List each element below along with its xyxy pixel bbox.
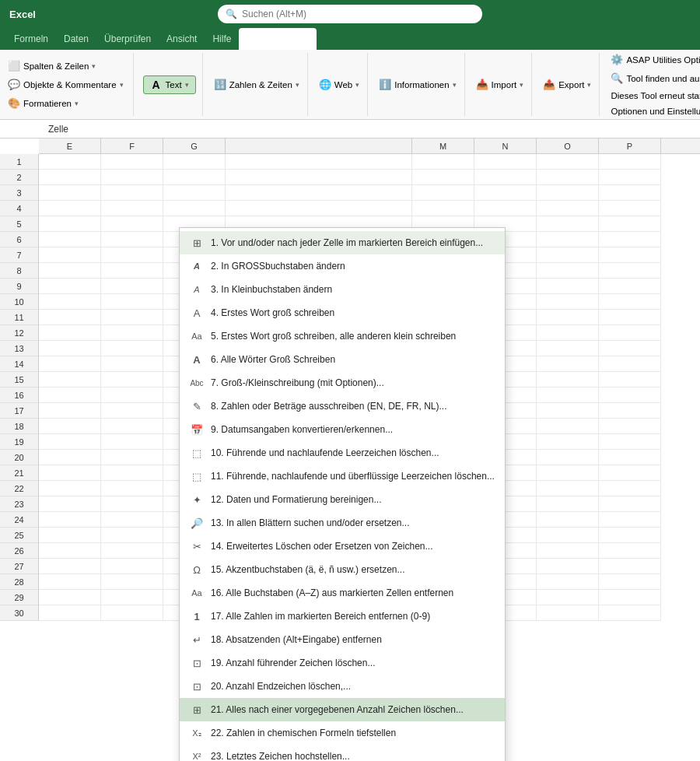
grid-cell[interactable] [599,247,661,263]
grid-cell[interactable] [537,263,599,279]
menu-item-1[interactable]: ⊞ 1. Vor und/oder nach jeder Zelle im ma… [180,231,505,254]
grid-cell[interactable] [599,310,661,325]
grid-cell[interactable] [537,403,599,419]
grid-cell[interactable] [474,185,537,201]
grid-cell[interactable] [163,185,226,201]
grid-cell[interactable] [599,590,661,605]
grid-cell[interactable] [537,372,599,388]
grid-cell[interactable] [537,559,599,574]
grid-cell[interactable] [101,294,163,310]
asap-options-button[interactable]: ⚙️ ASAP Utilities Optionen ▾ [607,52,700,68]
menu-item-13[interactable]: 🔎 13. In allen Blättern suchen und/oder … [180,511,505,535]
grid-cell[interactable] [39,279,101,294]
grid-cell[interactable] [101,279,163,294]
import-button[interactable]: 📥 Import ▾ [473,77,527,93]
grid-cell[interactable] [599,574,661,590]
grid-cell[interactable] [39,496,101,512]
grid-cell[interactable] [101,216,163,232]
grid-cell[interactable] [599,294,661,310]
formatieren-button[interactable]: 🎨 Formatieren ▾ [5,96,127,111]
grid-cell[interactable] [39,247,101,263]
menu-item-7[interactable]: Abc 7. Groß-/Kleinschreibung (mit Option… [180,371,505,395]
menu-item-2[interactable]: A 2. In GROSSbuchstaben ändern [180,254,505,278]
grid-cell[interactable] [537,154,599,170]
grid-cell[interactable] [39,201,101,216]
grid-cell[interactable] [599,388,661,403]
grid-cell[interactable] [226,185,412,201]
grid-cell[interactable] [599,154,661,170]
grid-cell[interactable] [163,154,226,170]
grid-cell[interactable] [474,201,537,216]
grid-cell[interactable] [39,325,101,341]
grid-cell[interactable] [39,216,101,232]
grid-cell[interactable] [101,388,163,403]
grid-cell[interactable] [101,325,163,341]
grid-cell[interactable] [39,543,101,559]
grid-cell[interactable] [537,574,599,590]
menu-item-11[interactable]: ⬚ 11. Führende, nachlaufende und überflü… [180,465,505,488]
grid-cell[interactable] [537,170,599,185]
grid-cell[interactable] [537,388,599,403]
grid-cell[interactable] [101,419,163,434]
grid-cell[interactable] [39,403,101,419]
grid-cell[interactable] [39,170,101,185]
grid-cell[interactable] [537,341,599,356]
grid-cell[interactable] [599,496,661,512]
grid-cell[interactable] [39,574,101,590]
text-button[interactable]: A Text ▾ [143,75,196,94]
search-input[interactable] [242,9,474,19]
menu-item-6[interactable]: A 6. Alle Wörter Groß Schreiben [180,348,505,371]
grid-cell[interactable] [537,356,599,372]
tab-hilfe[interactable]: Hilfe [205,28,239,50]
grid-cell[interactable] [599,325,661,341]
grid-cell[interactable] [412,170,474,185]
menu-item-5[interactable]: Aa 5. Erstes Wort groß schreiben, alle a… [180,324,505,348]
grid-cell[interactable] [101,512,163,528]
menu-item-15[interactable]: Ω 15. Akzentbuchstaben (ä, ë, ñ usw.) er… [180,558,505,581]
grid-cell[interactable] [39,341,101,356]
grid-cell[interactable] [599,216,661,232]
grid-cell[interactable] [101,372,163,388]
grid-cell[interactable] [39,185,101,201]
grid-cell[interactable] [599,450,661,465]
objekte-kommentare-button[interactable]: 💬 Objekte & Kommentare ▾ [5,77,127,93]
grid-cell[interactable] [474,154,537,170]
grid-cell[interactable] [537,325,599,341]
grid-cell[interactable] [39,434,101,450]
tab-daten[interactable]: Daten [56,28,96,50]
grid-cell[interactable] [599,372,661,388]
grid-cell[interactable] [599,528,661,543]
grid-cell[interactable] [537,543,599,559]
grid-cell[interactable] [599,279,661,294]
grid-cell[interactable] [412,185,474,201]
grid-cell[interactable] [537,201,599,216]
grid-cell[interactable] [101,232,163,247]
grid-cell[interactable] [537,279,599,294]
grid-cell[interactable] [101,434,163,450]
grid-cell[interactable] [163,201,226,216]
grid-cell[interactable] [101,247,163,263]
menu-item-17[interactable]: 1 17. Alle Zahlen im markierten Bereich … [180,605,505,628]
tool-restart-button[interactable]: Dieses Tool erneut starten [607,89,700,102]
grid-cell[interactable] [39,294,101,310]
tab-asap-utilities[interactable]: ASAP Utilities [239,28,317,50]
grid-cell[interactable] [101,559,163,574]
grid-cell[interactable] [39,356,101,372]
grid-cell[interactable] [599,403,661,419]
grid-cell[interactable] [599,419,661,434]
grid-cell[interactable] [101,341,163,356]
grid-cell[interactable] [599,465,661,481]
grid-cell[interactable] [412,154,474,170]
grid-cell[interactable] [537,512,599,528]
grid-cell[interactable] [101,605,163,621]
grid-cell[interactable] [39,590,101,605]
grid-cell[interactable] [599,356,661,372]
grid-cell[interactable] [101,590,163,605]
grid-cell[interactable] [39,154,101,170]
grid-cell[interactable] [537,528,599,543]
grid-cell[interactable] [39,512,101,528]
menu-item-3[interactable]: A 3. In Kleinbuchstaben ändern [180,278,505,301]
grid-cell[interactable] [412,201,474,216]
grid-cell[interactable] [101,154,163,170]
grid-cell[interactable] [101,528,163,543]
